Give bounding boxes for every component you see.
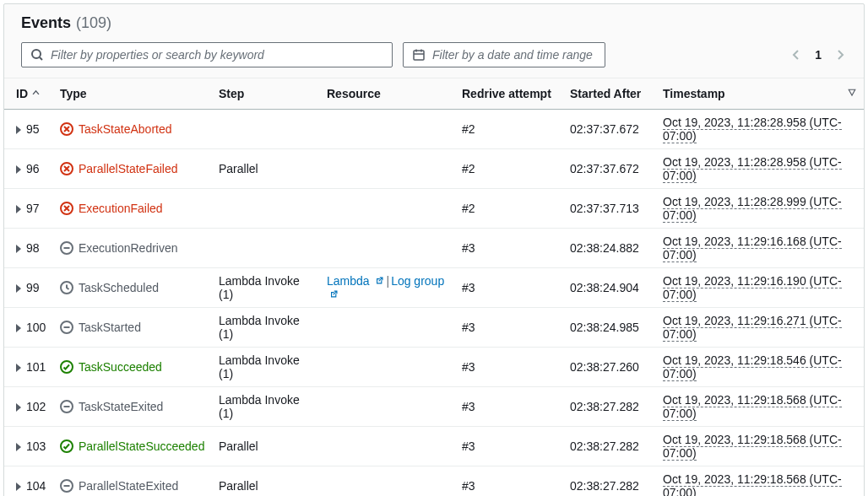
timestamp-link[interactable]: Oct 19, 2023, 11:29:18.568 (UTC-07:00) bbox=[663, 433, 842, 461]
event-type[interactable]: TaskStarted bbox=[79, 321, 141, 334]
page-number: 1 bbox=[815, 48, 822, 62]
redrive-cell: #2 bbox=[455, 149, 563, 189]
step-cell: Parallel bbox=[212, 149, 320, 189]
status-neutral-icon bbox=[60, 241, 73, 255]
pagination: 1 bbox=[789, 48, 847, 62]
row-id: 98 bbox=[26, 241, 40, 255]
redrive-cell: #3 bbox=[455, 268, 563, 308]
row-id: 99 bbox=[26, 281, 40, 294]
timestamp-link[interactable]: Oct 19, 2023, 11:29:16.190 (UTC-07:00) bbox=[663, 274, 842, 302]
expand-toggle[interactable] bbox=[16, 126, 21, 134]
timestamp-link[interactable]: Oct 19, 2023, 11:28:28.999 (UTC-07:00) bbox=[663, 195, 842, 223]
started-cell: 02:38:27.282 bbox=[563, 387, 656, 427]
redrive-cell: #2 bbox=[455, 110, 563, 149]
events-panel: Events (109) Filter by properties or sea… bbox=[3, 3, 865, 496]
table-row: 101TaskSucceededLambda Invoke (1)#302:38… bbox=[4, 348, 864, 387]
search-icon bbox=[30, 48, 44, 62]
table-row: 100TaskStartedLambda Invoke (1)#302:38:2… bbox=[4, 308, 864, 348]
timestamp-link[interactable]: Oct 19, 2023, 11:28:28.958 (UTC-07:00) bbox=[663, 155, 842, 183]
col-redrive-header[interactable]: Redrive attempt bbox=[455, 78, 563, 110]
filter-date-placeholder: Filter by a date and time range bbox=[432, 48, 593, 62]
event-type[interactable]: ExecutionRedriven bbox=[79, 241, 178, 255]
row-id: 103 bbox=[26, 439, 46, 453]
filter-icon bbox=[847, 88, 857, 98]
col-id-header[interactable]: ID bbox=[4, 78, 53, 110]
resource-cell bbox=[320, 466, 455, 497]
row-id: 102 bbox=[26, 400, 46, 413]
started-cell: 02:37:37.713 bbox=[563, 189, 656, 229]
col-resource-header[interactable]: Resource bbox=[320, 78, 455, 110]
events-table: ID Type Step Resource Redrive attempt St… bbox=[4, 78, 864, 496]
expand-toggle[interactable] bbox=[16, 324, 21, 332]
expand-toggle[interactable] bbox=[16, 165, 21, 174]
lambda-link[interactable]: Lambda bbox=[327, 274, 384, 288]
col-started-header[interactable]: Started After bbox=[563, 78, 656, 110]
expand-toggle[interactable] bbox=[16, 205, 21, 213]
step-cell bbox=[212, 189, 320, 229]
started-cell: 02:38:27.282 bbox=[563, 427, 656, 466]
expand-toggle[interactable] bbox=[16, 443, 21, 451]
expand-toggle[interactable] bbox=[16, 483, 21, 491]
timestamp-link[interactable]: Oct 19, 2023, 11:29:18.546 (UTC-07:00) bbox=[663, 353, 842, 381]
step-cell: Lambda Invoke (1) bbox=[212, 387, 320, 427]
row-id: 95 bbox=[26, 122, 40, 136]
table-row: 96ParallelStateFailedParallel#202:37:37.… bbox=[4, 149, 864, 189]
expand-toggle[interactable] bbox=[16, 245, 21, 253]
status-clock-icon bbox=[60, 281, 73, 294]
status-error-icon bbox=[60, 122, 73, 136]
expand-toggle[interactable] bbox=[16, 284, 21, 293]
redrive-cell: #3 bbox=[455, 348, 563, 387]
table-row: 102TaskStateExitedLambda Invoke (1)#302:… bbox=[4, 387, 864, 427]
col-timestamp-header[interactable]: Timestamp bbox=[656, 78, 864, 110]
table-row: 97ExecutionFailed#202:37:37.713Oct 19, 2… bbox=[4, 189, 864, 229]
event-type[interactable]: TaskSucceeded bbox=[79, 360, 162, 374]
event-type[interactable]: ParallelStateExited bbox=[79, 479, 178, 493]
redrive-cell: #2 bbox=[455, 189, 563, 229]
timestamp-link[interactable]: Oct 19, 2023, 11:29:16.271 (UTC-07:00) bbox=[663, 314, 842, 342]
started-cell: 02:38:24.882 bbox=[563, 229, 656, 268]
filter-date-input[interactable]: Filter by a date and time range bbox=[403, 42, 605, 67]
event-type[interactable]: ParallelStateFailed bbox=[79, 162, 178, 175]
event-type[interactable]: TaskStateExited bbox=[79, 400, 163, 413]
page-next-button[interactable] bbox=[833, 48, 847, 62]
panel-count: (109) bbox=[76, 14, 111, 32]
resource-cell bbox=[320, 348, 455, 387]
resource-cell bbox=[320, 229, 455, 268]
started-cell: 02:38:24.985 bbox=[563, 308, 656, 348]
event-type[interactable]: ParallelStateSucceeded bbox=[79, 439, 204, 453]
table-row: 104ParallelStateExitedParallel#302:38:27… bbox=[4, 466, 864, 497]
expand-toggle[interactable] bbox=[16, 364, 21, 372]
status-neutral-icon bbox=[60, 400, 73, 413]
resource-cell bbox=[320, 149, 455, 189]
row-id: 96 bbox=[26, 162, 40, 175]
timestamp-link[interactable]: Oct 19, 2023, 11:28:28.958 (UTC-07:00) bbox=[663, 116, 842, 143]
col-step-header[interactable]: Step bbox=[212, 78, 320, 110]
status-error-icon bbox=[60, 202, 73, 215]
started-cell: 02:38:27.260 bbox=[563, 348, 656, 387]
timestamp-link[interactable]: Oct 19, 2023, 11:29:16.168 (UTC-07:00) bbox=[663, 235, 842, 262]
page-prev-button[interactable] bbox=[789, 48, 803, 62]
expand-toggle[interactable] bbox=[16, 403, 21, 412]
started-cell: 02:38:24.904 bbox=[563, 268, 656, 308]
status-success-icon bbox=[60, 360, 73, 374]
event-type[interactable]: TaskStateAborted bbox=[79, 122, 172, 136]
status-error-icon bbox=[60, 162, 73, 175]
col-type-header[interactable]: Type bbox=[53, 78, 212, 110]
resource-cell bbox=[320, 110, 455, 149]
table-row: 103ParallelStateSucceededParallel#302:38… bbox=[4, 427, 864, 466]
filter-keyword-input[interactable]: Filter by properties or search by keywor… bbox=[21, 42, 393, 67]
filter-keyword-placeholder: Filter by properties or search by keywor… bbox=[51, 48, 264, 62]
external-link-icon bbox=[328, 289, 339, 299]
timestamp-link[interactable]: Oct 19, 2023, 11:29:18.568 (UTC-07:00) bbox=[663, 472, 842, 496]
started-cell: 02:38:27.282 bbox=[563, 466, 656, 497]
started-cell: 02:37:37.672 bbox=[563, 110, 656, 149]
toolbar: Filter by properties or search by keywor… bbox=[4, 35, 864, 78]
timestamp-link[interactable]: Oct 19, 2023, 11:29:18.568 (UTC-07:00) bbox=[663, 393, 842, 421]
external-link-icon bbox=[374, 276, 384, 286]
resource-cell: Lambda |Log group bbox=[320, 268, 455, 308]
redrive-cell: #3 bbox=[455, 427, 563, 466]
event-type[interactable]: ExecutionFailed bbox=[79, 202, 163, 215]
table-row: 99TaskScheduledLambda Invoke (1)Lambda |… bbox=[4, 268, 864, 308]
event-type[interactable]: TaskScheduled bbox=[79, 281, 159, 294]
step-cell bbox=[212, 110, 320, 149]
